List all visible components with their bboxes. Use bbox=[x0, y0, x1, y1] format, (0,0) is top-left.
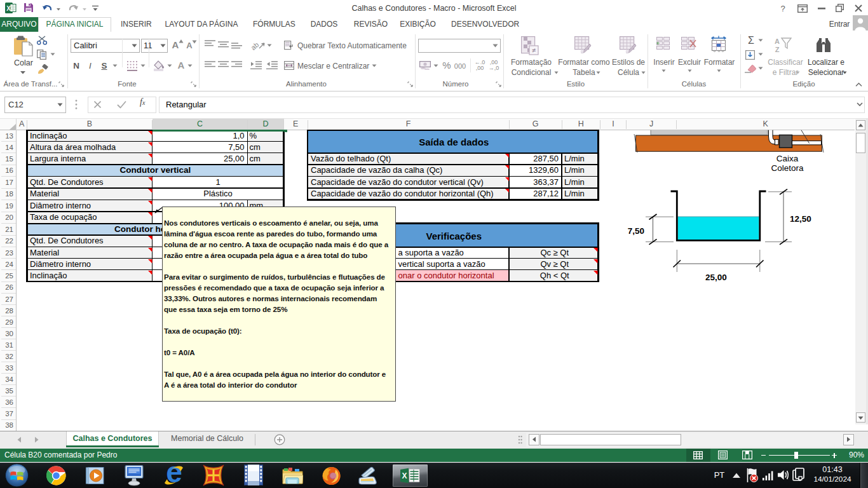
svg-text:X: X bbox=[402, 471, 407, 480]
svg-text:Coletora: Coletora bbox=[771, 163, 804, 173]
svg-text:7,50: 7,50 bbox=[628, 226, 644, 236]
svg-text:Caixa: Caixa bbox=[776, 154, 799, 163]
svg-text:12,50: 12,50 bbox=[790, 214, 811, 224]
svg-text:25,00: 25,00 bbox=[705, 273, 727, 282]
